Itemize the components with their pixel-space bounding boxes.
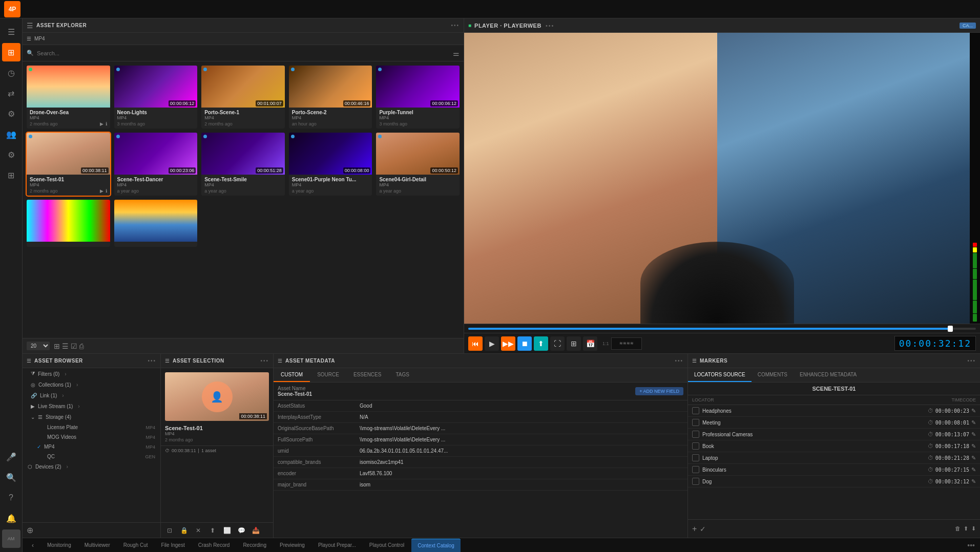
metadata-tab-custom[interactable]: CUSTOM bbox=[274, 368, 310, 382]
asset-browser-add-icon[interactable]: ⊕ bbox=[27, 525, 33, 535]
timeline-head[interactable] bbox=[948, 326, 953, 332]
marker-edit-icon[interactable]: ✎ bbox=[971, 455, 976, 461]
marker-checkbox[interactable] bbox=[692, 454, 699, 461]
markers-tab-enhanced-metadata[interactable]: ENHANCED METADATA bbox=[794, 368, 863, 382]
markers-check-button[interactable]: ✓ bbox=[700, 525, 706, 533]
player-timeline[interactable] bbox=[464, 324, 980, 333]
storage-child-item[interactable]: QC GEN bbox=[33, 452, 160, 461]
stop-button[interactable]: ⏹ bbox=[517, 336, 532, 351]
taskbar-tab-context-catalog[interactable]: Context Catalog bbox=[411, 539, 461, 552]
calendar-button[interactable]: 📅 bbox=[583, 336, 597, 351]
taskbar-tab-file-ingest[interactable]: File Ingest bbox=[155, 539, 191, 552]
marker-checkbox[interactable] bbox=[692, 431, 699, 438]
thumbnail-card[interactable] bbox=[27, 200, 110, 247]
thumbnail-card[interactable] bbox=[114, 200, 198, 247]
metadata-tab-source[interactable]: SOURCE bbox=[310, 368, 346, 382]
storage-expand-icon[interactable]: ⌄ bbox=[31, 414, 35, 420]
grid-button[interactable]: ⊞ bbox=[567, 336, 581, 351]
asset-browser-more[interactable]: ••• bbox=[148, 358, 156, 364]
markers-down-icon[interactable]: ⬇ bbox=[971, 525, 976, 532]
player-more[interactable]: ••• bbox=[546, 23, 555, 29]
thumb-play-icon[interactable]: ▶ bbox=[100, 121, 103, 126]
thumbnail-card[interactable]: 00:00:23:06 Scene-Test-Dancer MP4 a year… bbox=[114, 133, 198, 196]
marker-checkbox[interactable] bbox=[692, 407, 699, 414]
taskbar-tab-playout-prepar[interactable]: Playout Prepar... bbox=[312, 539, 362, 552]
list-view-icon[interactable]: ☰ bbox=[62, 342, 69, 350]
nav-apps-icon[interactable]: ⊞ bbox=[2, 166, 20, 184]
sel-download-icon[interactable]: 📥 bbox=[250, 525, 261, 536]
thumbnail-card[interactable]: Drone-Over-Sea MP4 2 months ago ▶ℹ bbox=[27, 66, 110, 129]
taskbar-tab-recording[interactable]: Recording bbox=[237, 539, 273, 552]
thumbnail-card[interactable]: 00:00:08:00 Scene01-Purple Neon Tu... MP… bbox=[289, 133, 372, 196]
thumbnail-card[interactable]: 00:00:51:28 Scene-Test-Smile MP4 a year … bbox=[201, 133, 285, 196]
nav-bell-icon[interactable]: 🔔 bbox=[2, 509, 20, 527]
search-input[interactable] bbox=[37, 50, 450, 56]
thumbnail-card[interactable]: 00:00:38:11 Scene-Test-01 MP4 2 months a… bbox=[27, 133, 110, 196]
nav-menu-icon[interactable]: ☰ bbox=[2, 23, 20, 41]
check-view-icon[interactable]: ☑ bbox=[71, 342, 77, 350]
nav-route-icon[interactable]: ⇄ bbox=[2, 84, 20, 102]
metadata-tab-essences[interactable]: ESSENCES bbox=[346, 368, 388, 382]
thumbnail-card[interactable]: 00:00:46:16 Porto-Scene-2 MP4 an hour ag… bbox=[289, 66, 372, 129]
taskbar-back-button[interactable]: ‹ bbox=[28, 540, 38, 550]
markers-add-button[interactable]: + bbox=[692, 524, 697, 534]
markers-more[interactable]: ••• bbox=[967, 358, 976, 364]
marker-edit-icon[interactable]: ✎ bbox=[971, 431, 976, 438]
taskbar-tab-playout-control[interactable]: Playout Control bbox=[363, 539, 410, 552]
marker-edit-icon[interactable]: ✎ bbox=[971, 443, 976, 450]
markers-delete-icon[interactable]: 🗑 bbox=[955, 525, 961, 532]
taskbar-tab-crash-record[interactable]: Crash Record bbox=[192, 539, 236, 552]
storage-child-item[interactable]: ✓ MP4 MP4 bbox=[33, 442, 160, 452]
nav-help-icon[interactable]: ? bbox=[2, 489, 20, 507]
sel-up-icon[interactable]: ⬆ bbox=[207, 525, 218, 536]
storage-child-item[interactable]: License Plate MP4 bbox=[33, 422, 160, 432]
nav-mic-icon[interactable]: 🎤 bbox=[2, 448, 20, 466]
nav-settings-icon[interactable]: ⚙ bbox=[2, 104, 20, 123]
player-ca-button[interactable]: CA... bbox=[960, 23, 976, 29]
thumbnail-card[interactable]: 00:00:50:12 Scene04-Girl-Detail MP4 a ye… bbox=[376, 133, 460, 196]
thumb-info-icon[interactable]: ℹ bbox=[106, 121, 107, 126]
asset-explorer-more[interactable]: ••• bbox=[451, 23, 460, 28]
markers-tab-locators-source[interactable]: LOCATORS SOURCE bbox=[688, 368, 752, 382]
add-field-button[interactable]: + ADD NEW FIELD bbox=[635, 387, 683, 395]
marker-checkbox[interactable] bbox=[692, 419, 699, 426]
rewind-button[interactable]: ⏮ bbox=[468, 336, 483, 351]
print-icon[interactable]: ⎙ bbox=[79, 342, 84, 350]
markers-up-icon[interactable]: ⬆ bbox=[964, 525, 968, 532]
sel-lock-icon[interactable]: 🔒 bbox=[178, 525, 190, 536]
marker-checkbox[interactable] bbox=[692, 466, 699, 473]
fullscreen-button[interactable]: ⛶ bbox=[550, 336, 565, 351]
link-item[interactable]: 🔗 Link (1) › bbox=[23, 390, 160, 401]
marker-edit-icon[interactable]: ✎ bbox=[971, 478, 976, 485]
nav-grid-icon[interactable]: ⊞ bbox=[2, 43, 20, 61]
live-stream-item[interactable]: ▶ Live Stream (1) › bbox=[23, 401, 160, 412]
filter-icon[interactable]: ⚌ bbox=[453, 49, 460, 57]
collections-item[interactable]: ◎ Collections (1) › bbox=[23, 379, 160, 390]
nav-user-avatar[interactable]: AM bbox=[2, 529, 20, 548]
play-forward-button[interactable]: ▶▶ bbox=[501, 336, 515, 351]
nav-history-icon[interactable]: ◷ bbox=[2, 63, 20, 82]
sel-chat-icon[interactable]: 💬 bbox=[236, 525, 247, 536]
taskbar-more[interactable]: ••• bbox=[964, 541, 978, 549]
taskbar-tab-multiviewer[interactable]: Multiviewer bbox=[78, 539, 116, 552]
metadata-tab-tags[interactable]: TAGS bbox=[388, 368, 416, 382]
taskbar-tab-monitoring[interactable]: Monitoring bbox=[41, 539, 77, 552]
page-size-select[interactable]: 20 50 100 bbox=[27, 342, 50, 350]
devices-item[interactable]: ⬡ Devices (2) › bbox=[23, 461, 160, 472]
sel-close-icon[interactable]: ✕ bbox=[193, 525, 204, 536]
nav-users-icon[interactable]: 👥 bbox=[2, 125, 20, 143]
nav-config-icon[interactable]: ⚙ bbox=[2, 145, 20, 164]
marker-checkbox[interactable] bbox=[692, 442, 699, 450]
marker-edit-icon[interactable]: ✎ bbox=[971, 408, 976, 414]
record-button[interactable]: ⬆ bbox=[534, 336, 548, 351]
taskbar-tab-rough-cut[interactable]: Rough Cut bbox=[117, 539, 154, 552]
nav-search-icon[interactable]: 🔍 bbox=[2, 468, 20, 486]
thumbnail-card[interactable]: 00:00:06:12 Purple-Tunnel MP4 3 months a… bbox=[376, 66, 460, 129]
thumbnail-card[interactable]: 00:00:06:12 Neon-Lights MP4 3 months ago bbox=[114, 66, 198, 129]
asset-metadata-more[interactable]: ••• bbox=[675, 358, 683, 364]
thumbnail-card[interactable]: 00:01:00:07 Porto-Scene-1 MP4 2 months a… bbox=[201, 66, 285, 129]
play-button[interactable]: ▶ bbox=[485, 336, 499, 351]
marker-checkbox[interactable] bbox=[692, 478, 699, 485]
markers-tab-comments[interactable]: COMMENTS bbox=[752, 368, 794, 382]
sel-grid-icon[interactable]: ⊡ bbox=[164, 525, 175, 536]
